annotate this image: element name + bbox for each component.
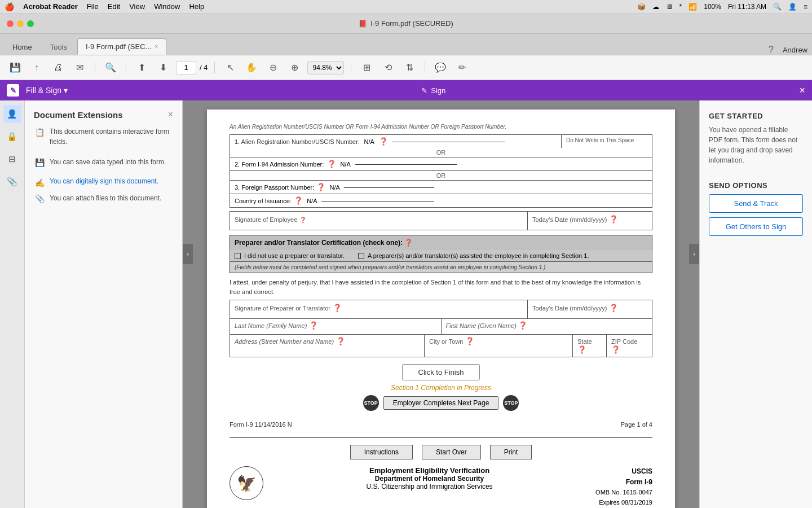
sig-date-field: Today's Date (mm/dd/yyyy) ❓ [528,212,652,230]
get-others-sign-button[interactable]: Get Others to Sign [709,217,803,236]
window-menu[interactable]: Window [154,2,180,11]
menu-bar-left: 🍎 Acrobat Reader File Edit View Window H… [5,2,204,11]
sign-center-label[interactable]: Sign [431,86,445,95]
i94-value: N/A [341,161,351,168]
sig-date-help: ❓ [609,215,618,224]
document-tab[interactable]: I-9 Form.pdf (SEC... × [77,38,166,55]
preparer-header-help: ❓ [404,239,413,247]
checkbox-1-container: I did not use a preparer or translator. [235,252,345,259]
scroll-button[interactable]: ⇅ [401,59,418,76]
file-menu[interactable]: File [87,2,99,11]
home-tab[interactable]: Home [5,40,40,55]
edit-menu[interactable]: Edit [108,2,120,11]
sidebar-text-2: You can save data typed into this form. [50,157,166,167]
sign-button[interactable]: ✏ [453,59,470,76]
instructions-button[interactable]: Instructions [350,445,413,459]
sidebar-link-3[interactable]: You can digitally sign this document. [50,177,158,185]
rotate-button[interactable]: ⟲ [379,59,396,76]
preparer-date-label: Today's Date (mm/dd/yyyy) [532,305,607,312]
fit-width-button[interactable]: ⊞ [358,59,375,76]
cursor-tool[interactable]: ↖ [222,59,239,76]
sidebar-close-button[interactable]: × [168,110,173,120]
user-display[interactable]: Andrew [783,46,807,54]
employer-completes-button[interactable]: Employer Completes Next Page [383,396,499,410]
sig-employee-label: Signature of Employee [235,216,297,223]
page2-title-block: Employment Eligibility Verification Depa… [367,466,493,491]
digital-sign-icon: ✍ [34,177,45,189]
print-button[interactable]: Print [490,445,532,459]
title-bar: 📕 I-9 Form.pdf (SECURED) [0,14,812,34]
sidebar-item-2: 💾 You can save data typed into this form… [34,157,173,173]
save-button[interactable]: 💾 [7,59,24,76]
get-started-text: You have opened a fillable PDF form. Thi… [709,125,803,165]
print-button[interactable]: 🖨 [50,59,67,76]
zoom-out-button[interactable]: ⊖ [264,59,281,76]
fullscreen-button[interactable] [27,20,34,27]
tools-tab[interactable]: Tools [42,40,75,55]
tab-close-button[interactable]: × [155,43,158,50]
passport-row: 3. Foreign Passport Number: ❓ N/A [230,181,652,194]
nav-extensions-button[interactable]: 👤 [3,105,21,123]
fill-sign-label: Fill & Sign ▾ [26,86,68,95]
preparer-header: Preparer and/or Translator Certification… [230,235,652,251]
form-footer: Form I-9 11/14/2016 N Page 1 of 4 [230,418,652,428]
hand-tool[interactable]: ✋ [243,59,260,76]
attest-text: I attest, under penalty of perjury, that… [230,274,652,300]
nav-layers-button[interactable]: ⊟ [3,150,21,168]
apple-menu[interactable]: 🍎 [5,2,14,11]
pdf-content-area[interactable]: ‹ › An Alien Registration Number/USCIS N… [183,100,699,508]
zoom-select[interactable]: 94.8% [307,61,344,75]
omb-label: OMB No. 1615-0047 [595,488,652,498]
sign-center-icon: ✎ [421,86,427,95]
used-preparer-checkbox[interactable] [358,253,364,259]
close-button[interactable] [7,20,14,27]
zoom-in-button[interactable]: ⊕ [286,59,303,76]
alien-reg-row: 1. Alien Registration Number/USCIS Numbe… [230,134,652,148]
sidebar-item-4: 📎 You can attach files to this document. [34,193,173,209]
help-icon[interactable]: ? [769,45,774,55]
country-help: ❓ [294,196,303,205]
scroll-right-arrow[interactable]: › [689,244,699,264]
page2-title2: Department of Homeland Security [367,475,493,483]
search-icon[interactable]: 🔍 [773,3,782,11]
preparer-city-help: ❓ [465,337,474,345]
form-i9-label: Form I-9 [595,477,652,488]
fill-sign-dropdown-icon[interactable]: ▾ [64,86,68,95]
get-started-section: GET STARTED You have opened a fillable P… [709,112,803,172]
start-over-button[interactable]: Start Over [422,445,481,459]
attach-icon: 📎 [34,193,45,204]
eagle-seal: 🦅 [230,466,263,500]
share-button[interactable]: ↑ [28,59,45,76]
scroll-left-arrow[interactable]: ‹ [183,244,193,264]
send-track-button[interactable]: Send & Track [709,194,803,213]
menu-bar-right: 📦 ☁ 🖥 * 📶 100% Fri 11:13 AM 🔍 👤 ≡ [637,3,807,11]
click-to-finish-button[interactable]: Click to Finish [402,364,480,380]
traffic-lights [7,20,34,27]
app-menu[interactable]: Acrobat Reader [23,2,78,11]
menu-icon[interactable]: ≡ [804,3,807,11]
search-button[interactable]: 🔍 [102,59,119,76]
next-page-button[interactable]: ⬇ [155,59,171,76]
used-preparer-label: A preparer(s) and/or translator(s) assis… [368,252,589,259]
comment-button[interactable]: 💬 [432,59,449,76]
minimize-button[interactable] [17,20,24,27]
preparer-address-row: Address (Street Number and Name) ❓ City … [230,334,652,357]
help-menu[interactable]: Help [189,2,204,11]
page-number-input[interactable] [176,61,196,75]
preparer-header-text: Preparer and/or Translator Certification… [235,239,403,247]
nav-attachments-button[interactable]: 📎 [3,173,21,191]
prev-page-button[interactable]: ⬆ [133,59,150,76]
user-icon[interactable]: 👤 [788,3,797,11]
tab-bar-right: ? Andrew [769,45,807,55]
checkbox-row: I did not use a preparer or translator. … [230,250,652,262]
nav-security-button[interactable]: 🔒 [3,128,21,146]
sidebar-title: Document Extensions [34,110,123,120]
right-panel: GET STARTED You have opened a fillable P… [699,100,812,508]
passport-help: ❓ [316,183,325,191]
mail-button[interactable]: ✉ [71,59,88,76]
fill-sign-close-button[interactable]: × [799,85,805,97]
no-preparer-checkbox[interactable] [235,253,241,259]
view-menu[interactable]: View [129,2,145,11]
preparer-address-help: ❓ [336,337,345,345]
cloud-icon: ☁ [652,3,659,11]
